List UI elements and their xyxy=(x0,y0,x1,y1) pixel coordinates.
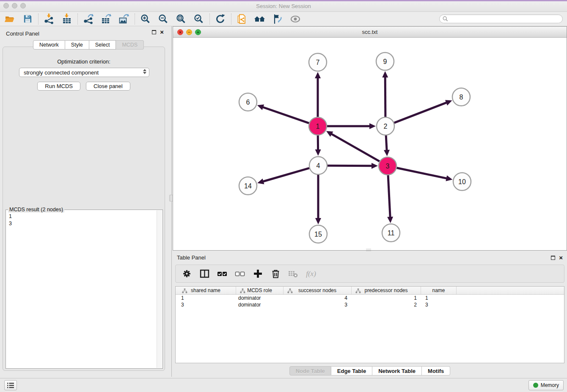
delete-column-button[interactable] xyxy=(270,268,281,280)
delete-table-button[interactable] xyxy=(287,268,299,280)
float-panel-icon[interactable] xyxy=(152,30,156,34)
close-panel-button[interactable]: Close panel xyxy=(86,82,130,91)
table-settings-button[interactable] xyxy=(181,268,193,280)
search-input[interactable] xyxy=(448,15,562,22)
network-canvas[interactable]: 7968124314101511 xyxy=(173,38,567,250)
network-window-titlebar[interactable]: × − + scc.txt xyxy=(173,27,567,38)
graph-edge-1-7[interactable] xyxy=(315,72,321,117)
graph-edge-4-15[interactable] xyxy=(315,175,321,224)
tab-node-table[interactable]: Node Table xyxy=(289,366,331,375)
graph-edge-2-3[interactable] xyxy=(384,135,390,156)
zoom-out-button[interactable] xyxy=(154,13,172,25)
table-cell[interactable]: 1 xyxy=(352,295,421,301)
network-file-button[interactable] xyxy=(233,13,251,25)
export-network-button[interactable] xyxy=(80,13,97,25)
table-cell[interactable]: 1 xyxy=(176,295,236,301)
close-table-panel-icon[interactable]: × xyxy=(559,256,563,260)
import-network-button[interactable] xyxy=(40,13,58,25)
export-image-button[interactable] xyxy=(115,13,133,25)
zoom-fit-button[interactable] xyxy=(172,13,190,25)
tab-select[interactable]: Select xyxy=(89,40,116,50)
style-preview-button[interactable] xyxy=(269,13,286,25)
home-button[interactable] xyxy=(251,13,269,25)
task-history-button[interactable] xyxy=(4,380,17,390)
tab-edge-table[interactable]: Edge Table xyxy=(331,366,372,375)
import-table-button[interactable] xyxy=(58,13,76,25)
table-cell[interactable]: 3 xyxy=(284,301,352,308)
add-column-button[interactable] xyxy=(252,268,264,280)
tab-network-table[interactable]: Network Table xyxy=(372,366,422,375)
node-label: 8 xyxy=(460,94,463,101)
graph-edge-1-2[interactable] xyxy=(327,123,376,129)
close-panel-icon[interactable]: × xyxy=(160,30,164,34)
function-builder-button[interactable]: f(x) xyxy=(305,268,317,280)
graph-edge-3-1[interactable] xyxy=(326,131,380,161)
graph-edge-3-11[interactable] xyxy=(387,175,393,223)
graph-node-7[interactable]: 7 xyxy=(309,53,327,71)
graph-edge-1-6[interactable] xyxy=(257,105,309,123)
graph-node-8[interactable]: 8 xyxy=(452,88,470,106)
export-table-button[interactable] xyxy=(97,13,115,25)
graph-node-15[interactable]: 15 xyxy=(309,225,327,243)
graph-node-2[interactable]: 2 xyxy=(377,117,394,135)
column-header-MCDS-role[interactable]: MCDS role xyxy=(236,287,284,294)
mcds-result-lines[interactable]: 1 3 xyxy=(9,213,12,227)
table-cell[interactable]: 3 xyxy=(421,301,457,308)
split-view-button[interactable] xyxy=(198,268,210,280)
memory-button[interactable]: Memory xyxy=(528,380,564,390)
column-header-shared-name[interactable]: shared name xyxy=(176,287,236,294)
graph-edge-2-8[interactable] xyxy=(394,100,452,123)
node-table: shared nameMCDS rolesuccessor nodesprede… xyxy=(175,286,564,363)
graph-node-3[interactable]: 3 xyxy=(379,157,396,175)
save-session-button[interactable] xyxy=(19,13,36,25)
table-cell[interactable]: 4 xyxy=(284,295,352,301)
select-all-columns-button[interactable] xyxy=(216,268,228,280)
node-label: 15 xyxy=(314,231,322,238)
table-cell[interactable]: 3 xyxy=(176,301,236,308)
column-header-successor-nodes[interactable]: successor nodes xyxy=(284,287,352,294)
column-header-name[interactable]: name xyxy=(421,287,457,294)
table-panel-header: Table Panel × xyxy=(173,252,567,264)
table-cell[interactable]: dominator xyxy=(236,295,284,301)
open-session-button[interactable] xyxy=(1,13,19,25)
apply-layout-button[interactable] xyxy=(212,13,229,25)
table-cell[interactable]: dominator xyxy=(236,301,284,308)
graph-node-14[interactable]: 14 xyxy=(239,177,257,195)
frame-resize-handle[interactable] xyxy=(366,249,371,251)
tab-style[interactable]: Style xyxy=(65,40,89,50)
column-header-label: shared name xyxy=(191,287,220,293)
criterion-dropdown[interactable]: strongly connected component xyxy=(19,68,149,77)
mcds-result-scrollbar[interactable] xyxy=(157,210,162,368)
network-window-title: scc.txt xyxy=(173,29,567,35)
zoom-in-button[interactable] xyxy=(137,13,154,25)
tab-mcds[interactable]: MCDS xyxy=(116,40,144,50)
network-window: × − + scc.txt 7968124314101511 xyxy=(173,26,567,251)
table-cell[interactable]: 1 xyxy=(421,295,457,301)
graph-node-9[interactable]: 9 xyxy=(376,52,394,70)
graph-node-6[interactable]: 6 xyxy=(239,93,257,111)
split-pane-icon xyxy=(200,269,209,279)
zoom-selected-button[interactable] xyxy=(190,13,208,25)
node-label: 6 xyxy=(246,99,250,106)
graph-node-10[interactable]: 10 xyxy=(453,173,471,190)
deselect-all-columns-button[interactable] xyxy=(234,268,246,280)
show-hide-button[interactable] xyxy=(286,13,304,25)
graph-edge-1-4[interactable] xyxy=(315,135,321,156)
table-row[interactable]: 3dominator323 xyxy=(176,301,564,308)
run-mcds-button[interactable]: Run MCDS xyxy=(37,82,80,91)
graph-node-1[interactable]: 1 xyxy=(309,117,327,135)
graph-edge-2-9[interactable] xyxy=(382,71,388,117)
table-row[interactable]: 1dominator411 xyxy=(176,295,564,301)
refresh-layout-icon xyxy=(215,14,226,25)
graph-edge-4-14[interactable] xyxy=(257,168,309,184)
toolbar-search-field[interactable] xyxy=(439,14,563,23)
graph-node-4[interactable]: 4 xyxy=(309,157,327,174)
graph-edge-3-10[interactable] xyxy=(397,168,453,182)
tab-motifs[interactable]: Motifs xyxy=(422,366,450,375)
float-table-panel-icon[interactable] xyxy=(551,256,555,260)
graph-edge-4-3[interactable] xyxy=(328,163,378,169)
column-header-predecessor-nodes[interactable]: predecessor nodes xyxy=(352,287,421,294)
table-cell[interactable]: 2 xyxy=(352,301,421,308)
tab-network[interactable]: Network xyxy=(33,40,65,50)
graph-node-11[interactable]: 11 xyxy=(382,224,400,242)
